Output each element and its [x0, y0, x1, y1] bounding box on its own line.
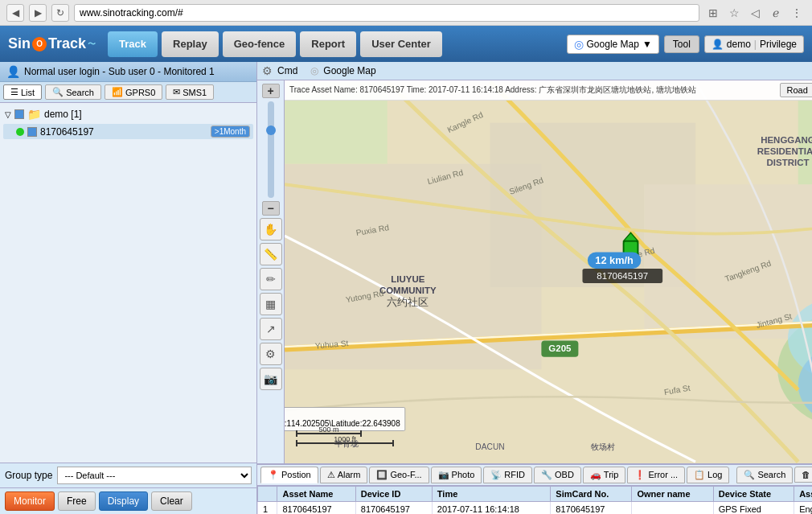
map-tool-select[interactable]: ▦	[260, 293, 282, 315]
cell-simcard: 8170645197	[551, 501, 632, 514]
privilege-label: Privilege	[760, 39, 797, 50]
user-area: 👤 demo | Privilege	[704, 35, 804, 53]
tree-root[interactable]: ▽ 📁 demo [1]	[3, 106, 253, 122]
col-time: Time	[432, 486, 550, 501]
device-checkbox[interactable]	[27, 127, 37, 137]
tab-gprs-label: GPRS0	[125, 88, 155, 97]
google-map-button[interactable]: ◎ Google Map ▼	[567, 35, 659, 54]
bottom-tab-photo[interactable]: 📷 Photo	[431, 467, 482, 483]
svg-text:六约社区: 六约社区	[387, 296, 429, 308]
free-button[interactable]: Free	[58, 491, 96, 511]
bottom-tab-obd[interactable]: 🔧 OBD	[534, 467, 581, 483]
browser-bar: ◀ ▶ ↻ ⊞ ☆ ◁ ℯ ⋮	[0, 0, 812, 26]
map-header-bar: Trace Asset Name: 8170645197 Time: 2017-…	[285, 80, 812, 101]
cell-owner	[632, 501, 713, 514]
tab-list[interactable]: ☰ List	[3, 84, 42, 100]
browser-icon-4[interactable]: ℯ	[767, 4, 785, 22]
logo-text-sin: Sin	[8, 35, 31, 52]
scale-bar: 500 m 1000 ft	[293, 426, 397, 452]
map-tool-measure[interactable]: 📏	[260, 243, 282, 265]
map-tool-route[interactable]: ↗	[260, 318, 282, 340]
bottom-tab-alarm[interactable]: ⚠ Alarm	[320, 467, 368, 483]
trip-icon: 🚗	[590, 470, 601, 480]
table-row[interactable]: 1 8170645197 8170645197 2017-07-11 16:14…	[258, 501, 813, 514]
error-icon: ❗	[634, 470, 646, 480]
bottom-tab-rfid[interactable]: 📡 RFID	[483, 467, 532, 483]
col-asset-status: Asset Status	[794, 486, 812, 501]
back-button[interactable]: ◀	[6, 4, 24, 22]
col-device-state: Device State	[713, 486, 794, 501]
browser-icon-1[interactable]: ⊞	[704, 4, 722, 22]
tab-obd-label: OBD	[555, 470, 574, 479]
col-device-id: Device ID	[355, 486, 432, 501]
alarm-icon: ⚠	[327, 470, 335, 480]
refresh-button[interactable]: ↻	[51, 4, 69, 22]
zoom-out-button[interactable]: −	[262, 201, 280, 216]
bottom-tab-error[interactable]: ❗ Error ...	[627, 467, 685, 483]
map-view[interactable]: Trace Asset Name: 8170645197 Time: 2017-…	[285, 80, 812, 463]
zoom-in-button[interactable]: +	[262, 84, 280, 98]
nav-usercenter-button[interactable]: User Center	[360, 31, 442, 57]
tab-search[interactable]: 🔍 Search	[45, 84, 101, 100]
nav-replay-button[interactable]: Replay	[162, 31, 219, 57]
tree-device-item[interactable]: 8170645197 >1Month	[3, 124, 253, 139]
map-type-road[interactable]: Road	[780, 83, 812, 97]
bottom-tab-log[interactable]: 📋 Log	[687, 467, 729, 483]
user-icon: 👤	[712, 39, 724, 50]
map-svg: G205 HENGGANG RESIDENTIAL DISTRICT 横岗 HE…	[285, 80, 812, 463]
map-title: Google Map	[323, 65, 375, 76]
forward-button[interactable]: ▶	[29, 4, 47, 22]
svg-text:G205: G205	[548, 343, 572, 353]
map-tool-draw[interactable]: ✏	[260, 268, 282, 290]
tab-geofence-label: Geo-F...	[390, 470, 421, 479]
bottom-tab-geofence[interactable]: 🔲 Geo-F...	[369, 467, 429, 483]
nav-track-button[interactable]: Track	[108, 31, 158, 57]
logo-wifi-icon: 〜	[88, 39, 96, 50]
app-header: Sin O Track 〜 Track Replay Geo-fence Rep…	[0, 26, 812, 62]
url-bar[interactable]	[74, 4, 699, 22]
search-icon: 🔍	[52, 87, 64, 97]
main-content: 👤 Normal user login - Sub user 0 - Monit…	[0, 62, 812, 514]
bottom-tab-delete[interactable]: 🗑 Delete	[794, 467, 812, 483]
tab-sms[interactable]: ✉ SMS1	[166, 84, 214, 100]
google-map-icon: ◎	[574, 38, 584, 51]
bottom-tab-trip[interactable]: 🚗 Trip	[583, 467, 626, 483]
map-tool-pan[interactable]: ✋	[260, 218, 282, 241]
cell-num: 1	[258, 501, 277, 514]
map-tool-camera[interactable]: 📷	[260, 368, 282, 390]
cmd-label: Cmd	[277, 65, 297, 76]
bottom-tab-search[interactable]: 🔍 Search	[736, 467, 793, 483]
tab-log-label: Log	[707, 470, 722, 479]
browser-icon-2[interactable]: ☆	[725, 4, 743, 22]
svg-text:HENGGANG: HENGGANG	[761, 135, 812, 145]
zoom-thumb[interactable]	[266, 125, 276, 135]
display-button[interactable]: Display	[99, 491, 148, 511]
root-checkbox[interactable]	[14, 109, 24, 119]
nav-geofence-button[interactable]: Geo-fence	[223, 31, 297, 57]
table-body: 1 8170645197 8170645197 2017-07-11 16:14…	[258, 501, 813, 514]
device-id-label: 8170645197	[40, 126, 94, 138]
tab-search-label: Search	[757, 470, 785, 479]
google-map-label: Google Map	[587, 39, 639, 50]
bottom-tabs: 📍 Postion ⚠ Alarm 🔲 Geo-F... 📷 Photo 📡	[257, 465, 812, 486]
group-type-select[interactable]: --- Default ---	[57, 467, 252, 484]
tool-button[interactable]: Tool	[664, 35, 699, 53]
clear-button[interactable]: Clear	[151, 491, 192, 511]
tab-rfid-label: RFID	[504, 470, 525, 479]
browser-icon-3[interactable]: ◁	[746, 4, 764, 22]
tab-gprs[interactable]: 📶 GPRS0	[105, 84, 162, 100]
browser-icon-5[interactable]: ⋮	[788, 4, 806, 22]
nav-report-button[interactable]: Report	[300, 31, 356, 57]
svg-text:8170645197: 8170645197	[597, 271, 648, 281]
monitor-button[interactable]: Monitor	[5, 491, 55, 511]
cell-device-id: 8170645197	[355, 501, 432, 514]
cmd-icon: ⚙	[262, 64, 273, 77]
bottom-table-container: Asset Name Device ID Time SimCard No. Ow…	[257, 486, 812, 514]
map-tool-settings[interactable]: ⚙	[260, 343, 282, 365]
bottom-tab-position[interactable]: 📍 Postion	[260, 467, 318, 483]
left-tabs: ☰ List 🔍 Search 📶 GPRS0 ✉ SMS1	[0, 82, 256, 103]
logo-circle: O	[32, 37, 47, 51]
log-icon: 📋	[694, 470, 705, 480]
cell-time: 2017-07-11 16:14:18	[432, 501, 550, 514]
left-panel: 👤 Normal user login - Sub user 0 - Monit…	[0, 62, 257, 514]
